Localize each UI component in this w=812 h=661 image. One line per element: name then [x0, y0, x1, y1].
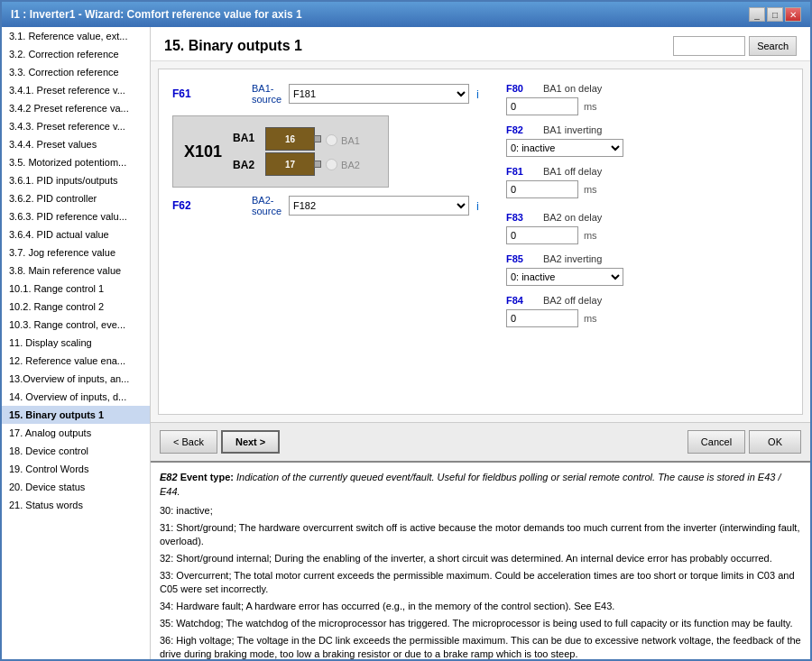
ba2-connector-label: BA2: [233, 159, 254, 171]
terminal-16: 16: [265, 127, 315, 151]
sidebar-item-3-1[interactable]: 3.1. Reference value, ext...: [2, 27, 150, 45]
search-button[interactable]: Search: [749, 36, 797, 56]
two-column-layout: F61 BA1-source F181 i X101: [172, 83, 789, 336]
f83-input[interactable]: [506, 226, 578, 244]
f81-input[interactable]: [506, 180, 578, 198]
next-button[interactable]: Next >: [221, 430, 280, 454]
sidebar-item-10-3[interactable]: 10.3. Range control, eve...: [2, 316, 150, 334]
title-buttons: _ □ ✕: [749, 7, 801, 22]
f80-name: BA1 on delay: [543, 83, 602, 94]
sidebar-item-3-3[interactable]: 3.3. Correction reference: [2, 63, 150, 81]
wizard-body: F61 BA1-source F181 i X101: [158, 69, 803, 415]
f84-input-row: ms: [506, 309, 789, 327]
sidebar-item-15[interactable]: 15. Binary outputs 1: [2, 406, 150, 424]
sidebar-item-3-4-1[interactable]: 3.4.1. Preset reference v...: [2, 81, 150, 99]
ok-button[interactable]: OK: [749, 430, 801, 454]
sidebar-item-3-6-3[interactable]: 3.6.3. PID reference valu...: [2, 207, 150, 225]
f62-select[interactable]: F182: [289, 196, 469, 216]
back-button[interactable]: < Back: [160, 430, 217, 454]
wizard-area: 15. Binary outputs 1 Search F61: [151, 27, 810, 461]
maximize-button[interactable]: □: [767, 7, 783, 22]
f61-row: F61 BA1-source F181 i: [172, 83, 479, 105]
sidebar-item-12[interactable]: 12. Reference value ena...: [2, 352, 150, 370]
sidebar-item-3-4-2[interactable]: 3.4.2 Preset reference va...: [2, 99, 150, 117]
sidebar-item-3-6-1[interactable]: 3.6.1. PID inputs/outputs: [2, 171, 150, 189]
f85-select[interactable]: 0: inactive: [506, 268, 623, 286]
f80-group: F80 BA1 on delay ms: [506, 83, 789, 115]
ba2-radio[interactable]: [326, 159, 337, 170]
f84-input[interactable]: [506, 309, 578, 327]
help-section: E82 Event type: Indication of the curren…: [151, 461, 810, 659]
ba1-radio[interactable]: [326, 134, 337, 146]
nav-left-buttons: < Back Next >: [160, 430, 280, 454]
wizard-title: 15. Binary outputs 1: [164, 38, 302, 54]
title-bar: I1 : Inverter1 - Wizard: Comfort referen…: [2, 2, 810, 27]
sidebar-item-21[interactable]: 21. Status words: [2, 496, 150, 514]
search-container: Search: [673, 36, 797, 56]
f62-label: F62: [172, 199, 245, 212]
close-button[interactable]: ✕: [785, 7, 801, 22]
f62-info-icon[interactable]: i: [476, 199, 479, 213]
f80-unit: ms: [584, 101, 597, 112]
main-content: 3.1. Reference value, ext... 3.2. Correc…: [2, 27, 810, 659]
f61-select[interactable]: F181: [289, 84, 469, 104]
sidebar-item-14[interactable]: 14. Overview of inputs, d...: [2, 388, 150, 406]
sidebar-item-3-8[interactable]: 3.8. Main reference value: [2, 262, 150, 280]
f83-label: F83: [506, 212, 538, 223]
help-line-5: 35: Watchdog; The watchdog of the microp…: [160, 617, 801, 630]
help-line-4: 34: Hardware fault; A hardware error has…: [160, 600, 801, 613]
sidebar-item-17[interactable]: 17. Analog outputs: [2, 424, 150, 442]
help-line-1: 31: Short/ground; The hardware overcurre…: [160, 521, 801, 548]
f82-input-row: 0: inactive: [506, 139, 789, 157]
terminal-blocks: 16 17: [265, 127, 315, 176]
sidebar-item-13[interactable]: 13.Overview of inputs, an...: [2, 370, 150, 388]
terminal-16-pin: [314, 135, 321, 142]
sidebar-item-3-7[interactable]: 3.7. Jog reference value: [2, 243, 150, 262]
sidebar-item-18[interactable]: 18. Device control: [2, 442, 150, 460]
f82-label: F82: [506, 124, 538, 135]
help-line-2: 32: Short/ground internal; During the en…: [160, 552, 801, 565]
sidebar-item-3-6-2[interactable]: 3.6.2. PID controller: [2, 189, 150, 207]
sidebar-item-3-6-4[interactable]: 3.6.4. PID actual value: [2, 225, 150, 243]
search-input[interactable]: [673, 36, 745, 56]
f80-input[interactable]: [506, 97, 578, 115]
help-title: E82 Event type: Indication of the curren…: [160, 470, 801, 499]
f85-name: BA2 inverting: [543, 253, 602, 264]
sidebar-item-3-4-4[interactable]: 3.4.4. Preset values: [2, 135, 150, 153]
f81-label-row: F81 BA1 off delay: [506, 166, 789, 177]
sidebar-item-10-2[interactable]: 10.2. Range control 2: [2, 298, 150, 316]
ba-labels: BA1 BA2: [233, 124, 254, 179]
f82-select[interactable]: 0: inactive: [506, 139, 623, 157]
terminal-17-label: 17: [285, 160, 295, 170]
f82-group: F82 BA1 inverting 0: inactive: [506, 124, 789, 157]
x101-label: X101: [184, 142, 222, 161]
hardware-display: X101 BA1 BA2 16: [172, 115, 389, 188]
right-panel: 15. Binary outputs 1 Search F61: [151, 27, 810, 659]
f84-unit: ms: [584, 313, 597, 324]
f81-input-row: ms: [506, 180, 789, 198]
f61-name: BA1-source: [252, 83, 281, 105]
f80-input-row: ms: [506, 97, 789, 115]
cancel-button[interactable]: Cancel: [687, 430, 745, 454]
nav-right-buttons: Cancel OK: [687, 430, 801, 454]
minimize-button[interactable]: _: [749, 7, 765, 22]
f80-label-row: F80 BA1 on delay: [506, 83, 789, 94]
left-column: F61 BA1-source F181 i X101: [172, 83, 479, 336]
help-label: E82: [160, 472, 178, 482]
navigation-bar: < Back Next > Cancel OK: [151, 422, 810, 461]
ba2-radio-label: BA2: [341, 160, 360, 170]
ba1-connector-label: BA1: [233, 132, 254, 144]
f61-info-icon[interactable]: i: [476, 87, 479, 101]
sidebar-item-3-2[interactable]: 3.2. Correction reference: [2, 45, 150, 63]
sidebar-item-10-1[interactable]: 10.1. Range control 1: [2, 280, 150, 298]
sidebar-item-3-5[interactable]: 3.5. Motorized potentiom...: [2, 153, 150, 171]
terminal-17-pin: [314, 161, 321, 168]
sidebar-item-11[interactable]: 11. Display scaling: [2, 334, 150, 352]
ba1-radio-label: BA1: [341, 135, 360, 146]
sidebar-item-20[interactable]: 20. Device status: [2, 478, 150, 496]
f83-unit: ms: [584, 230, 597, 241]
sidebar-item-3-4-3[interactable]: 3.4.3. Preset reference v...: [2, 117, 150, 135]
sidebar-item-19[interactable]: 19. Control Words: [2, 460, 150, 478]
f83-input-row: ms: [506, 226, 789, 244]
window-title: I1 : Inverter1 - Wizard: Comfort referen…: [11, 8, 302, 21]
